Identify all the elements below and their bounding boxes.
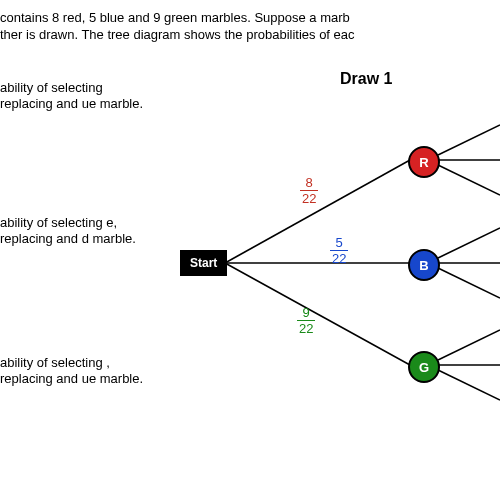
prob-blue-den: 22 xyxy=(330,251,348,266)
prob-blue-num: 5 xyxy=(330,235,348,251)
prob-red-num: 8 xyxy=(300,175,318,191)
svg-line-3 xyxy=(438,125,500,155)
svg-line-5 xyxy=(438,165,500,195)
prob-green-num: 9 xyxy=(297,305,315,321)
svg-line-11 xyxy=(438,370,500,400)
problem-intro: contains 8 red, 5 blue and 9 green marbl… xyxy=(0,10,500,44)
start-node: Start xyxy=(180,250,227,276)
prob-green-den: 22 xyxy=(297,321,315,336)
node-green: G xyxy=(408,351,440,383)
node-blue: B xyxy=(408,249,440,281)
question-a: ability of selecting replacing and ue ma… xyxy=(0,80,150,111)
prob-red-den: 22 xyxy=(300,191,318,206)
intro-line-2: ther is drawn. The tree diagram shows th… xyxy=(0,27,500,44)
question-c: ability of selecting , replacing and ue … xyxy=(0,355,150,386)
svg-line-9 xyxy=(438,330,500,360)
svg-line-8 xyxy=(438,268,500,298)
draw1-heading: Draw 1 xyxy=(340,70,392,88)
intro-line-1: contains 8 red, 5 blue and 9 green marbl… xyxy=(0,10,500,27)
prob-red: 8 22 xyxy=(300,175,318,206)
question-b: ability of selecting e, replacing and d … xyxy=(0,215,150,246)
svg-line-2 xyxy=(225,263,410,365)
node-red: R xyxy=(408,146,440,178)
prob-blue: 5 22 xyxy=(330,235,348,266)
svg-line-6 xyxy=(438,228,500,258)
prob-green: 9 22 xyxy=(297,305,315,336)
